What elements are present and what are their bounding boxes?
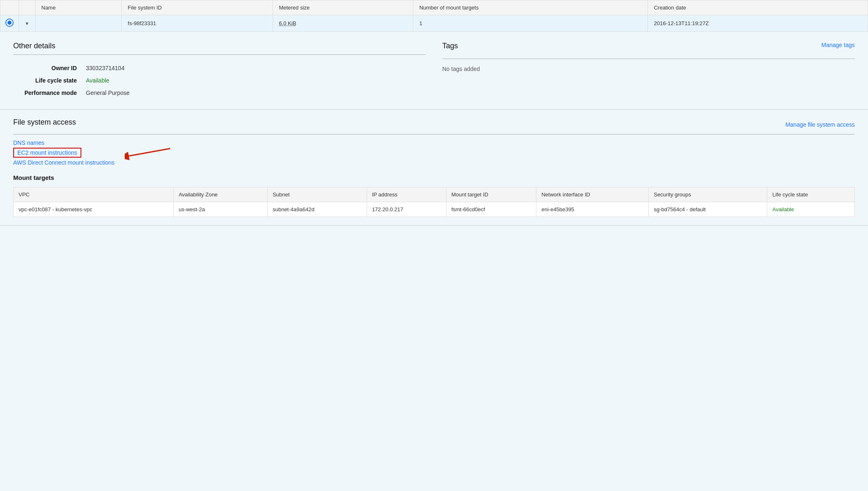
creationdate-col-header: Creation date xyxy=(648,0,868,15)
securitygroups-col-header: Security groups xyxy=(649,187,767,202)
lifecycle-label: Life cycle state xyxy=(14,75,80,86)
mounttargetid-cell: fsmt-66cd0ecf xyxy=(446,202,536,217)
networkinterfaceid-cell: eni-e45be395 xyxy=(536,202,649,217)
az-col-header: Availability Zone xyxy=(173,187,268,202)
tags-title: Tags xyxy=(442,42,458,50)
mount-table-header-row: VPC Availability Zone Subnet IP address … xyxy=(14,187,855,202)
manage-file-system-access-link[interactable]: Manage file system access xyxy=(785,121,855,128)
vpc-col-header: VPC xyxy=(14,187,174,202)
performance-row: Performance mode General Purpose xyxy=(14,87,425,99)
radio-button[interactable] xyxy=(6,19,13,26)
table-row[interactable]: ▼ fs-98f23331 6.0 KiB 1 2016-12-13T11:19… xyxy=(0,15,868,32)
filesystemid-col-header: File system ID xyxy=(122,0,273,15)
performance-label: Performance mode xyxy=(14,87,80,99)
other-details-panel: Other details Owner ID 330323714104 Life… xyxy=(13,42,426,99)
other-details-title: Other details xyxy=(13,42,426,50)
networkinterfaceid-col-header: Network interface ID xyxy=(536,187,649,202)
mount-table-row: vpc-e01fc087 - kubernetes-vpc us-west-2a… xyxy=(14,202,855,217)
file-systems-table: Name File system ID Metered size Number … xyxy=(0,0,868,32)
az-cell: us-west-2a xyxy=(173,202,268,217)
details-table: Owner ID 330323714104 Life cycle state A… xyxy=(13,61,426,99)
expand-col-header xyxy=(19,0,36,15)
svg-line-1 xyxy=(129,149,170,156)
lifecyclestate-cell: Available xyxy=(767,202,855,217)
file-system-access-section: File system access Manage file system ac… xyxy=(0,110,868,226)
mounttargets-col-header: Number of mount targets xyxy=(413,0,648,15)
meteredsize-col-header: Metered size xyxy=(273,0,413,15)
owner-id-label: Owner ID xyxy=(14,62,80,74)
filesystemid-cell: fs-98f23331 xyxy=(122,15,273,32)
tags-panel: Tags Manage tags No tags added xyxy=(442,42,855,99)
lifecycle-value: Available xyxy=(81,75,425,86)
access-header: File system access Manage file system ac… xyxy=(13,118,855,131)
dns-names-link[interactable]: DNS names xyxy=(13,139,44,146)
mounttargets-cell: 1 xyxy=(413,15,648,32)
performance-value: General Purpose xyxy=(81,87,425,99)
access-links-list: DNS names EC2 mount instructions AWS Dir… xyxy=(13,139,855,166)
manage-tags-link[interactable]: Manage tags xyxy=(821,42,855,48)
mounttargetid-col-header: Mount target ID xyxy=(446,187,536,202)
red-arrow-icon xyxy=(125,144,174,164)
mount-targets-section: Mount targets VPC Availability Zone Subn… xyxy=(13,166,855,217)
access-title: File system access xyxy=(13,118,76,127)
creationdate-cell: 2016-12-13T11:19:27Z xyxy=(648,15,868,32)
ec2-mount-instructions-link[interactable]: EC2 mount instructions xyxy=(13,148,81,158)
lifecyclestate-col-header: Life cycle state xyxy=(767,187,855,202)
details-section: Other details Owner ID 330323714104 Life… xyxy=(0,32,868,110)
securitygroups-cell: sg-bd7564c4 - default xyxy=(649,202,767,217)
mount-targets-title: Mount targets xyxy=(13,174,855,181)
ip-col-header: IP address xyxy=(367,187,446,202)
name-cell xyxy=(36,15,122,32)
mount-targets-table: VPC Availability Zone Subnet IP address … xyxy=(13,187,855,217)
expand-icon[interactable]: ▼ xyxy=(25,21,29,26)
vpc-cell: vpc-e01fc087 - kubernetes-vpc xyxy=(14,202,174,217)
subnet-col-header: Subnet xyxy=(268,187,367,202)
subnet-cell: subnet-4a9a642d xyxy=(268,202,367,217)
radio-cell[interactable] xyxy=(0,15,19,32)
select-col-header xyxy=(0,0,19,15)
aws-direct-connect-link[interactable]: AWS Direct Connect mount instructions xyxy=(13,159,114,166)
lifecycle-row: Life cycle state Available xyxy=(14,75,425,86)
expand-cell[interactable]: ▼ xyxy=(19,15,36,32)
meteredsize-cell: 6.0 KiB xyxy=(273,15,413,32)
tags-header: Tags Manage tags xyxy=(442,42,855,54)
no-tags-text: No tags added xyxy=(442,66,855,72)
name-col-header: Name xyxy=(36,0,122,15)
owner-id-value: 330323714104 xyxy=(81,62,425,74)
owner-id-row: Owner ID 330323714104 xyxy=(14,62,425,74)
ec2-link-container: EC2 mount instructions xyxy=(13,148,81,158)
ip-cell: 172.20.0.217 xyxy=(367,202,446,217)
